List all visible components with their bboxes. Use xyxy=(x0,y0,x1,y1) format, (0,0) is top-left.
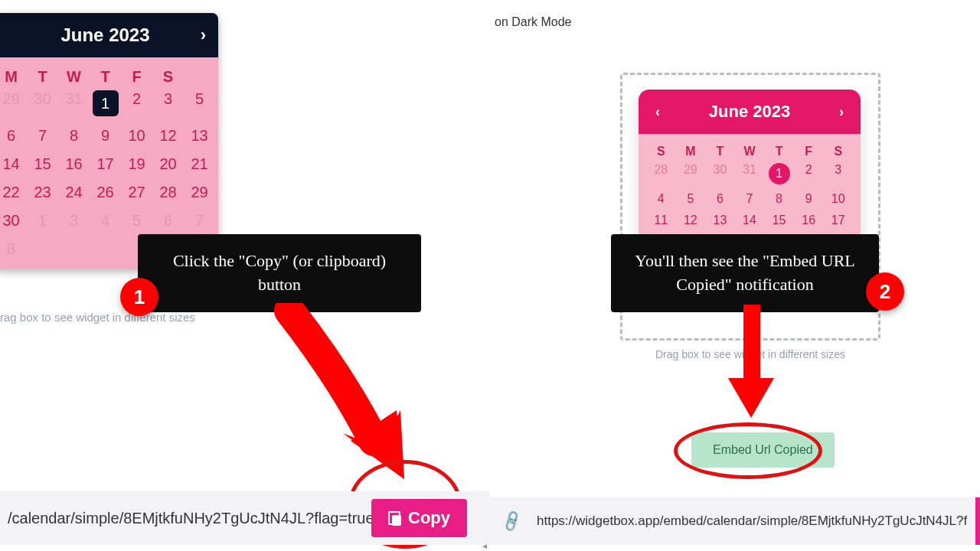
day-cell[interactable]: 15 xyxy=(764,214,794,227)
copy-icon xyxy=(388,511,402,525)
day-cell[interactable]: 14 xyxy=(735,214,765,227)
calendar-grid: 28 29 30 31 1 2 3 4 5 6 7 8 9 10 11 12 1… xyxy=(646,163,853,227)
day-cell[interactable]: 3 xyxy=(152,90,184,116)
day-cell[interactable]: 10 xyxy=(823,192,853,206)
day-cell[interactable]: 28 xyxy=(646,163,676,184)
copy-button[interactable]: Copy xyxy=(371,499,467,537)
day-cell[interactable]: 24 xyxy=(58,184,90,201)
day-cell[interactable]: 5 xyxy=(121,212,152,230)
chevron-left-icon[interactable]: ‹ xyxy=(655,104,660,120)
calendar-grid: 29 30 31 1 2 3 5 6 7 8 9 10 12 13 14 15 … xyxy=(0,90,215,258)
day-cell[interactable]: 5 xyxy=(184,90,215,116)
day-cell[interactable]: 30 xyxy=(0,212,27,230)
day-cell[interactable]: 26 xyxy=(90,184,121,201)
day-of-week-row: M T W T F S xyxy=(0,65,215,90)
embed-url-text[interactable]: https://widgetbox.app/embed/calendar/sim… xyxy=(537,514,968,529)
day-cell[interactable]: 8 xyxy=(0,240,27,258)
top-text: on Dark Mode xyxy=(495,15,572,29)
day-cell[interactable]: 7 xyxy=(735,192,765,206)
day-cell[interactable]: 9 xyxy=(90,127,121,145)
day-cell[interactable]: 2 xyxy=(794,163,824,184)
day-of-week-row: S M T W T F S xyxy=(646,143,853,163)
day-cell[interactable]: 7 xyxy=(184,212,215,230)
day-cell[interactable]: 15 xyxy=(27,155,58,173)
day-cell[interactable]: 13 xyxy=(184,127,215,145)
day-cell[interactable]: 22 xyxy=(0,184,27,201)
day-cell[interactable]: 11 xyxy=(646,214,676,227)
day-cell[interactable]: 10 xyxy=(121,127,152,145)
dow: F xyxy=(794,143,824,163)
day-cell[interactable]: 16 xyxy=(794,214,824,227)
day-cell[interactable]: 3 xyxy=(58,212,90,230)
calendar-title: June 2023 xyxy=(709,102,790,122)
day-cell[interactable]: 23 xyxy=(27,184,58,201)
day-cell[interactable]: 5 xyxy=(676,192,706,206)
dow: T xyxy=(90,65,121,90)
day-cell[interactable]: 1 xyxy=(27,212,58,230)
calendar-body: S M T W T F S 28 29 30 31 1 2 3 4 5 6 7 … xyxy=(639,134,861,241)
day-cell[interactable]: 7 xyxy=(27,127,58,145)
chevron-right-icon[interactable]: › xyxy=(201,25,206,45)
dow: T xyxy=(764,143,794,163)
day-cell[interactable]: 17 xyxy=(823,214,853,227)
scroll-indicator[interactable]: ◄ xyxy=(481,542,488,550)
day-cell[interactable]: 21 xyxy=(184,155,215,173)
day-cell[interactable]: 30 xyxy=(705,163,735,184)
day-cell[interactable]: 12 xyxy=(152,127,184,145)
step-badge-2: 2 xyxy=(866,272,904,311)
day-cell[interactable]: 8 xyxy=(764,192,794,206)
embed-url-text[interactable]: /calendar/simple/8EMjtkfuNHy2TgUcJtN4JL?… xyxy=(0,510,371,527)
day-cell[interactable]: 31 xyxy=(735,163,765,184)
right-panel: on Dark Mode ‹ June 2023 › S M T W T F S… xyxy=(490,0,980,551)
day-cell[interactable]: 4 xyxy=(90,212,121,230)
day-cell[interactable]: 28 xyxy=(152,184,184,201)
day-cell[interactable]: 2 xyxy=(121,90,152,116)
day-cell-selected[interactable]: 1 xyxy=(764,163,794,184)
dow: W xyxy=(58,65,90,90)
day-cell[interactable]: 12 xyxy=(676,214,706,227)
calendar-title: June 2023 xyxy=(60,24,149,46)
day-cell[interactable]: 3 xyxy=(823,163,853,184)
day-cell[interactable]: 29 xyxy=(676,163,706,184)
arrow-icon xyxy=(274,303,420,479)
arrow-icon xyxy=(728,305,774,418)
annotation-callout: Click the "Copy" (or clipboard) button xyxy=(138,234,421,312)
day-cell-selected[interactable]: 1 xyxy=(90,90,121,116)
day-cell[interactable]: 19 xyxy=(121,155,152,173)
day-cell[interactable]: 17 xyxy=(90,155,121,173)
embed-url-bar: /calendar/simple/8EMjtkfuNHy2TgUcJtN4JL?… xyxy=(0,491,490,545)
day-cell[interactable]: 16 xyxy=(58,155,90,173)
day-cell[interactable]: 31 xyxy=(58,90,90,116)
calendar-widget-light: ‹ June 2023 › S M T W T F S 28 29 30 31 … xyxy=(639,90,861,241)
dow: S xyxy=(823,143,853,163)
calendar-header: ‹ June 2023 › xyxy=(639,90,861,134)
day-cell[interactable]: 6 xyxy=(152,212,184,230)
chevron-right-icon[interactable]: › xyxy=(839,104,844,120)
dow: M xyxy=(0,65,27,90)
step-badge-1: 1 xyxy=(120,278,158,316)
calendar-header: June 2023 › xyxy=(0,13,218,57)
day-cell[interactable]: 20 xyxy=(152,155,184,173)
day-cell[interactable]: 8 xyxy=(58,127,90,145)
day-cell[interactable]: 29 xyxy=(184,184,215,201)
dow: T xyxy=(705,143,735,163)
resize-hint: rag box to see widget in different sizes xyxy=(0,311,195,324)
calendar-widget-dark: June 2023 › M T W T F S 29 30 31 1 2 3 5… xyxy=(0,13,218,269)
dow: W xyxy=(735,143,765,163)
day-cell[interactable]: 30 xyxy=(27,90,58,116)
day-cell[interactable]: 29 xyxy=(0,90,27,116)
day-cell[interactable]: 13 xyxy=(705,214,735,227)
link-icon: 🔗 xyxy=(499,508,525,533)
copied-notification: Embed Url Copied xyxy=(691,432,835,468)
day-cell[interactable]: 6 xyxy=(0,127,27,145)
day-cell[interactable]: 27 xyxy=(121,184,152,201)
dow: T xyxy=(27,65,58,90)
day-cell[interactable]: 6 xyxy=(705,192,735,206)
day-cell[interactable]: 14 xyxy=(0,155,27,173)
dow: F xyxy=(121,65,152,90)
day-cell[interactable]: 9 xyxy=(794,192,824,206)
dow: S xyxy=(152,65,184,90)
day-cell[interactable]: 4 xyxy=(646,192,676,206)
copy-button-edge[interactable] xyxy=(975,497,980,545)
svg-rect-1 xyxy=(743,305,760,381)
